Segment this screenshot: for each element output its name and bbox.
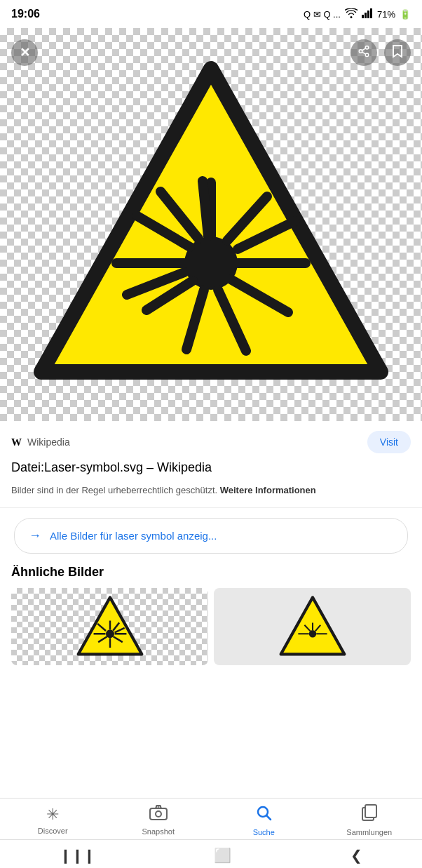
more-info-link[interactable]: Weitere Informationen [220, 485, 316, 495]
snapshot-icon [149, 805, 168, 824]
share-icon [358, 45, 370, 60]
svg-rect-3 [370, 8, 372, 18]
visit-button[interactable]: Visit [367, 431, 411, 453]
source-name: Wikipedia [27, 436, 70, 448]
discover-icon: ✳ [46, 806, 59, 824]
battery-icon: 🔋 [400, 9, 411, 20]
info-section: W Wikipedia Visit Datei:Laser-symbol.svg… [0, 421, 422, 498]
similar-section: Ähnliche Bilder [0, 565, 422, 665]
arrow-icon: → [29, 528, 41, 543]
nav-item-discover[interactable]: ✳ Discover [0, 806, 106, 835]
search-label: Suche [253, 828, 275, 836]
svg-point-4 [365, 46, 369, 50]
image-title: Datei:Laser-symbol.svg – Wikipedia [11, 459, 411, 476]
home-button[interactable]: ⬜ [214, 847, 231, 864]
svg-point-5 [359, 50, 362, 53]
similar-item-1[interactable] [11, 588, 208, 665]
close-button[interactable]: ✕ [11, 39, 38, 66]
all-images-label: Alle Bilder für laser symbol anzeig... [50, 530, 217, 542]
similar-image-2-svg [278, 595, 348, 658]
top-right-buttons [350, 39, 411, 66]
svg-rect-1 [365, 13, 367, 18]
similar-grid [11, 588, 411, 665]
svg-point-43 [156, 811, 161, 817]
svg-line-8 [362, 48, 365, 51]
nav-item-search[interactable]: Suche [211, 804, 317, 836]
nav-item-snapshot[interactable]: Snapshot [106, 805, 212, 836]
nav-item-collections[interactable]: Sammlungen [317, 804, 423, 836]
bookmark-button[interactable] [384, 39, 411, 66]
battery: 71% [377, 9, 395, 20]
nav-home-bar: ❙❙❙ ⬜ ❮ [0, 839, 422, 868]
recents-button[interactable]: ❙❙❙ [60, 847, 95, 864]
all-images-button[interactable]: → Alle Bilder für laser symbol anzeig... [14, 518, 408, 554]
svg-line-45 [160, 806, 161, 808]
image-area: ✕ [0, 28, 422, 421]
svg-line-48 [267, 816, 271, 820]
svg-rect-50 [365, 805, 376, 817]
image-description: Bilder sind in der Regel urheberrechtlic… [11, 483, 411, 498]
svg-line-7 [362, 52, 365, 54]
similar-item-2[interactable] [214, 588, 411, 665]
app-icons: Q ✉ Q ... [304, 9, 341, 20]
svg-point-6 [365, 53, 369, 57]
similar-title: Ähnliche Bilder [11, 565, 411, 580]
source-row: W Wikipedia Visit [11, 431, 411, 453]
svg-rect-2 [367, 11, 369, 18]
svg-line-46 [156, 806, 157, 808]
back-button[interactable]: ❮ [350, 847, 362, 864]
source-info: W Wikipedia [11, 436, 70, 448]
wikipedia-logo: W [11, 436, 22, 448]
signal-bars [362, 8, 373, 20]
svg-rect-0 [362, 15, 364, 18]
description-text: Bilder sind in der Regel urheberrechtlic… [11, 485, 217, 495]
all-images-container: → Alle Bilder für laser symbol anzeig... [0, 518, 422, 554]
signal-strength [345, 8, 358, 20]
laser-warning-image [29, 49, 393, 400]
bookmark-icon [392, 44, 403, 61]
svg-rect-42 [150, 808, 167, 820]
bottom-nav: ✳ Discover Snapshot [0, 798, 422, 868]
close-icon: ✕ [20, 45, 30, 60]
divider [0, 507, 422, 508]
status-time: 19:06 [11, 8, 40, 20]
status-bar: 19:06 Q ✉ Q ... 71% 🔋 [0, 0, 422, 28]
similar-image-1-svg [75, 595, 145, 658]
discover-label: Discover [38, 827, 68, 835]
share-button[interactable] [350, 39, 377, 66]
status-icons: Q ✉ Q ... 71% 🔋 [304, 8, 411, 20]
collections-label: Sammlungen [346, 828, 392, 836]
search-icon [255, 804, 272, 825]
collections-icon [362, 804, 377, 825]
svg-line-23 [203, 181, 208, 236]
nav-items: ✳ Discover Snapshot [0, 799, 422, 839]
snapshot-label: Snapshot [142, 827, 175, 836]
